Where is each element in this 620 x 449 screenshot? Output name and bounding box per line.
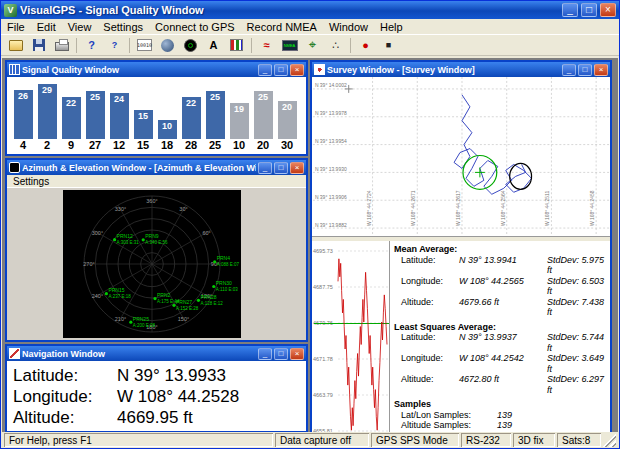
svg-text:60°: 60° [202, 230, 210, 236]
signal-maximize-button[interactable]: □ [274, 64, 288, 76]
svg-text:A:340 E:56: A:340 E:56 [145, 240, 168, 245]
stats-stddev: StdDev: 6.297 ft [547, 374, 606, 395]
menu-edit[interactable]: Edit [31, 21, 62, 33]
azimuth-title-bar[interactable]: Azimuth & Elevation Window - [Azimuth & … [7, 160, 306, 175]
survey-close-button[interactable]: × [594, 64, 608, 76]
svg-text:PRN9: PRN9 [145, 233, 159, 239]
help-icon: ? [88, 39, 95, 51]
stats-label: Longitude: [401, 353, 459, 374]
signal-prn-label: 30 [275, 139, 299, 154]
status-sats: Sats:8 [557, 433, 601, 447]
signal-minimize-button[interactable]: _ [258, 64, 272, 76]
record-button[interactable]: ● [354, 36, 377, 55]
signal-snr-value: 19 [230, 104, 249, 114]
signal-prn-label: 18 [155, 139, 179, 154]
azimuth-close-button[interactable]: × [290, 162, 304, 174]
svg-text:PRN28: PRN28 [200, 294, 216, 300]
signal-bar: 15 [134, 110, 153, 139]
menu-file[interactable]: File [1, 21, 31, 33]
signal-bar: 29 [38, 84, 57, 139]
satellite-button[interactable] [156, 36, 179, 55]
azimuth-minimize-button[interactable]: _ [258, 162, 272, 174]
signal-bar: 20 [278, 101, 297, 139]
survey-minimize-button[interactable]: _ [562, 64, 576, 76]
azimuth-button[interactable] [179, 36, 202, 55]
svg-text:PRN27: PRN27 [176, 299, 192, 305]
menu-bar: FileEditViewSettingsConnect to GPSRecord… [1, 19, 619, 35]
svg-text:150°: 150° [178, 316, 189, 322]
status-fix: 3D fix [513, 433, 555, 447]
signal-prn-label: 12 [107, 139, 131, 154]
survey-button[interactable]: ≈ [255, 36, 278, 55]
signal-button[interactable] [225, 36, 248, 55]
survey-title: Survey Window - [Survey Window] [327, 65, 560, 75]
menu-settings[interactable]: Settings [97, 21, 149, 33]
window-title: VisualGPS - Signal Quality Window [20, 4, 559, 16]
svg-text:A:237 E:18: A:237 E:18 [108, 294, 131, 299]
signal-close-button[interactable]: × [290, 64, 304, 76]
navigation-button[interactable]: ⌖ [301, 36, 324, 55]
resize-grip[interactable] [603, 433, 616, 447]
menu-window[interactable]: Window [323, 21, 374, 33]
navigation-title: Navigation Window [22, 349, 256, 359]
svg-text:W 108° 44.2724: W 108° 44.2724 [367, 190, 372, 226]
navigation-window: Navigation Window _ □ × Latitude: N 39° … [5, 344, 308, 433]
stats-row: Altitude:4672.80 ftStdDev: 6.297 ft [394, 374, 606, 395]
save-button[interactable] [27, 36, 50, 55]
signal-prn-label: 15 [131, 139, 155, 154]
svg-text:PRN12: PRN12 [117, 233, 133, 239]
navigation-minimize-button[interactable]: _ [258, 348, 272, 360]
survey-window: Survey Window - [Survey Window] _ □ × N … [310, 60, 612, 433]
stats-row: Longitude:W 108° 44.2542StdDev: 3.649 ft [394, 353, 606, 374]
azimuth-menu-settings[interactable]: Settings [7, 176, 55, 187]
navigation-close-button[interactable]: × [290, 348, 304, 360]
context-help-button[interactable]: ? [103, 36, 126, 55]
menu-help[interactable]: Help [374, 21, 409, 33]
azimuth-maximize-button[interactable]: □ [274, 162, 288, 174]
stop-button[interactable]: ■ [377, 36, 400, 55]
main-title-bar[interactable]: V VisualGPS - Signal Quality Window _ □ … [1, 1, 619, 19]
signal-bar: 24 [110, 93, 129, 139]
signal-bar-column: 20 [275, 101, 299, 139]
stats-section-title: Least Squares Average: [394, 322, 606, 333]
open-button[interactable] [4, 36, 27, 55]
navigation-maximize-button[interactable]: □ [274, 348, 288, 360]
mdi-workspace: Signal Quality Window _ □ × 262922252415… [2, 58, 618, 432]
print-button[interactable] [50, 36, 73, 55]
svg-text:4663.79: 4663.79 [313, 392, 333, 398]
signal-bar-column: 24 [107, 93, 131, 139]
stats-value: 4672.80 ft [459, 374, 547, 395]
scatter-button[interactable]: ∴ [324, 36, 347, 55]
svg-text:W 108° 44.2564: W 108° 44.2564 [501, 190, 506, 226]
survey-title-bar[interactable]: Survey Window - [Survey Window] _ □ × [312, 62, 610, 77]
nmea-monitor-button[interactable]: NMEA [278, 36, 301, 55]
signal-prn-label: 9 [59, 139, 83, 154]
svg-text:PRN4: PRN4 [217, 255, 231, 261]
nmea-data-button[interactable]: 10010 [133, 36, 156, 55]
signal-bar-column: 25 [83, 91, 107, 139]
svg-text:A:128 E:12: A:128 E:12 [200, 301, 223, 306]
font-icon: A [210, 39, 218, 51]
menu-view[interactable]: View [62, 21, 98, 33]
menu-record-nmea[interactable]: Record NMEA [241, 21, 323, 33]
svg-text:N 39° 13.9978: N 39° 13.9978 [315, 111, 347, 116]
signal-bar: 22 [182, 97, 201, 139]
survey-maximize-button[interactable]: □ [578, 64, 592, 76]
navigation-title-bar[interactable]: Navigation Window _ □ × [7, 346, 306, 361]
altitude-trace [338, 259, 387, 430]
help-button[interactable]: ? [80, 36, 103, 55]
toolbar: ??10010A≈NMEA⌖∴●■ [1, 35, 619, 56]
stats-row: Latitude:N 39° 13.9941StdDev: 5.975 ft [394, 255, 606, 276]
svg-text:N 39° 13.9906: N 39° 13.9906 [315, 195, 347, 200]
svg-text:4687.75: 4687.75 [313, 284, 333, 290]
signal-bar: 25 [86, 91, 105, 139]
signal-quality-title-bar[interactable]: Signal Quality Window _ □ × [7, 62, 306, 77]
menu-connect-to-gps[interactable]: Connect to GPS [149, 21, 241, 33]
font-button[interactable]: A [202, 36, 225, 55]
stats-value: N 39° 13.9941 [459, 255, 547, 276]
toolbar-separator [350, 38, 351, 53]
close-button[interactable]: × [600, 3, 616, 17]
maximize-button[interactable]: □ [581, 3, 597, 17]
latitude-row: Latitude: N 39° 13.9933 [13, 365, 300, 386]
minimize-button[interactable]: _ [562, 3, 578, 17]
